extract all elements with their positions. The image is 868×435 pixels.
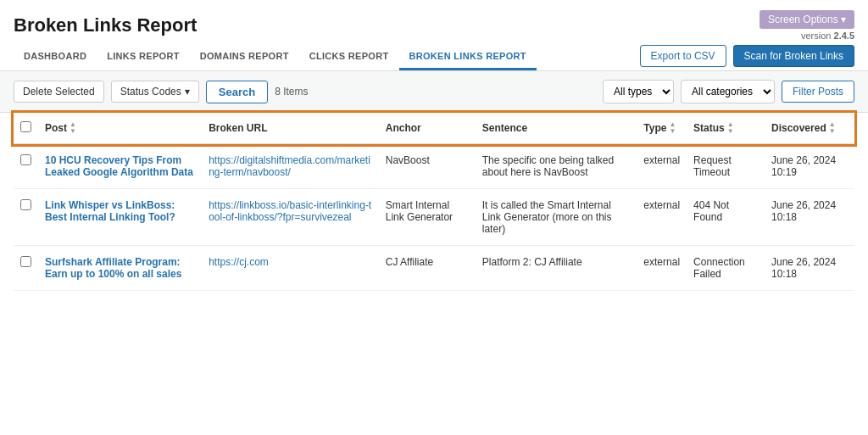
table-row: Link Whisper vs LinkBoss: Best Internal … xyxy=(14,189,854,246)
post-link[interactable]: 10 HCU Recovery Tips From Leaked Google … xyxy=(45,154,193,178)
nav-item-clicks-report[interactable]: CLICKS REPORT xyxy=(299,44,399,70)
report-table: Post ▲▼ Broken URL Anchor Sentence Type xyxy=(14,113,854,291)
row-sentence: The specific one being talked about here… xyxy=(476,144,637,189)
row-sentence: It is called the Smart Internal Link Gen… xyxy=(476,189,637,246)
col-anchor: Anchor xyxy=(379,113,476,144)
delete-selected-button[interactable]: Delete Selected xyxy=(14,81,104,103)
nav-item-links-report[interactable]: LINKS REPORT xyxy=(97,44,190,70)
row-sentence: Platform 2: CJ Affiliate xyxy=(476,246,637,291)
row-anchor: NavBoost xyxy=(379,144,476,189)
page-title: Broken Links Report xyxy=(14,14,197,36)
table-row: 10 HCU Recovery Tips From Leaked Google … xyxy=(14,144,854,189)
row-type: external xyxy=(637,246,687,291)
col-discovered: Discovered ▲▼ xyxy=(765,113,854,144)
row-discovered: June 26, 2024 10:18 xyxy=(765,246,854,291)
status-codes-arrow-icon: ▾ xyxy=(185,86,190,98)
row-checkbox-cell xyxy=(14,189,38,246)
row-anchor: Smart Internal Link Generator xyxy=(379,189,476,246)
type-sort-icon[interactable]: ▲▼ xyxy=(669,121,676,135)
col-post: Post ▲▼ xyxy=(38,113,202,144)
export-csv-button[interactable]: Export to CSV xyxy=(640,45,726,67)
table-container: Post ▲▼ Broken URL Anchor Sentence Type xyxy=(0,113,868,291)
url-link[interactable]: https://linkboss.io/basic-interlinking-t… xyxy=(209,199,371,223)
row-anchor: CJ Affiliate xyxy=(379,246,476,291)
row-status: Connection Failed xyxy=(687,246,765,291)
nav-item-broken-links[interactable]: BROKEN LINKS REPORT xyxy=(399,44,537,70)
status-sort-icon[interactable]: ▲▼ xyxy=(727,121,734,135)
version-text: version 2.4.5 xyxy=(801,31,854,41)
row-url: https://digitalshiftmedia.com/marketing-… xyxy=(202,144,379,189)
row-post: Surfshark Affiliate Program: Earn up to … xyxy=(38,246,202,291)
row-checkbox-cell xyxy=(14,246,38,291)
row-checkbox-cell xyxy=(14,144,38,189)
row-post: 10 HCU Recovery Tips From Leaked Google … xyxy=(38,144,202,189)
status-codes-button[interactable]: Status Codes ▾ xyxy=(111,81,199,103)
all-types-dropdown[interactable]: All types xyxy=(603,80,674,103)
row-checkbox[interactable] xyxy=(20,154,31,165)
header-right: Screen Options ▾ version 2.4.5 xyxy=(760,10,854,41)
row-type: external xyxy=(637,144,687,189)
items-count: 8 Items xyxy=(275,86,308,98)
col-type: Type ▲▼ xyxy=(637,113,687,144)
filter-posts-button[interactable]: Filter Posts xyxy=(782,81,854,103)
row-checkbox[interactable] xyxy=(20,199,31,210)
row-post: Link Whisper vs LinkBoss: Best Internal … xyxy=(38,189,202,246)
row-checkbox[interactable] xyxy=(20,256,31,267)
all-categories-dropdown[interactable]: All categories xyxy=(681,80,775,103)
discovered-sort-icon[interactable]: ▲▼ xyxy=(829,121,836,135)
row-url: https://linkboss.io/basic-interlinking-t… xyxy=(202,189,379,246)
post-sort-icon[interactable]: ▲▼ xyxy=(70,121,76,135)
row-status: Request Timeout xyxy=(687,144,765,189)
row-discovered: June 26, 2024 10:18 xyxy=(765,189,854,246)
row-url: https://cj.com xyxy=(202,246,379,291)
column-header-row: Post ▲▼ Broken URL Anchor Sentence Type xyxy=(14,113,854,144)
toolbar-left: Delete Selected Status Codes ▾ Search 8 … xyxy=(14,81,309,103)
row-status: 404 Not Found xyxy=(687,189,765,246)
toolbar-right: All types All categories Filter Posts xyxy=(603,80,854,103)
header-area: Broken Links Report Screen Options ▾ ver… xyxy=(0,0,868,44)
search-button[interactable]: Search xyxy=(206,81,268,103)
col-sentence: Sentence xyxy=(476,113,637,144)
nav-bar: DASHBOARD LINKS REPORT DOMAINS REPORT CL… xyxy=(0,44,868,71)
scan-broken-links-button[interactable]: Scan for Broken Links xyxy=(733,45,854,67)
screen-options-button[interactable]: Screen Options ▾ xyxy=(760,10,854,29)
post-link[interactable]: Surfshark Affiliate Program: Earn up to … xyxy=(45,256,181,280)
col-status: Status ▲▼ xyxy=(687,113,765,144)
toolbar: Delete Selected Status Codes ▾ Search 8 … xyxy=(0,71,868,113)
nav-item-domains-report[interactable]: DOMAINS REPORT xyxy=(190,44,299,70)
post-link[interactable]: Link Whisper vs LinkBoss: Best Internal … xyxy=(45,199,175,223)
select-all-header xyxy=(14,113,38,144)
table-row: Surfshark Affiliate Program: Earn up to … xyxy=(14,246,854,291)
row-discovered: June 26, 2024 10:19 xyxy=(765,144,854,189)
row-type: external xyxy=(637,189,687,246)
url-link[interactable]: https://cj.com xyxy=(209,256,269,268)
select-all-checkbox[interactable] xyxy=(20,121,31,132)
nav-item-dashboard[interactable]: DASHBOARD xyxy=(14,44,97,70)
col-broken-url: Broken URL xyxy=(202,113,379,144)
table-body: 10 HCU Recovery Tips From Leaked Google … xyxy=(14,144,854,291)
url-link[interactable]: https://digitalshiftmedia.com/marketing-… xyxy=(209,154,370,178)
table-header: Post ▲▼ Broken URL Anchor Sentence Type xyxy=(14,113,854,144)
